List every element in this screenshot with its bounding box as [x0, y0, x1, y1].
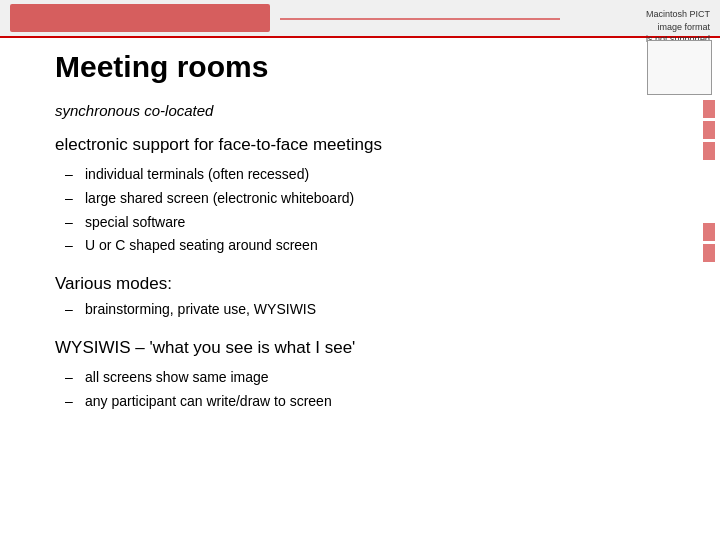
- wysiwis-bullets-list: all screens show same image any particip…: [75, 366, 630, 414]
- wysiwis-section: WYSIWIS – 'what you see is what I see' a…: [55, 338, 630, 414]
- right-bar-5: [703, 244, 715, 262]
- list-item: large shared screen (electronic whiteboa…: [75, 187, 630, 211]
- list-item: any participant can write/draw to screen: [75, 390, 630, 414]
- list-item: brainstorming, private use, WYSIWIS: [75, 298, 630, 322]
- list-item: special software: [75, 211, 630, 235]
- list-item: all screens show same image: [75, 366, 630, 390]
- page-title: Meeting rooms: [55, 50, 630, 84]
- wysiwis-heading: WYSIWIS – 'what you see is what I see': [55, 338, 630, 358]
- various-modes-heading: Various modes:: [55, 274, 630, 294]
- electronic-support-heading: electronic support for face-to-face meet…: [55, 135, 630, 155]
- right-bar-2: [703, 121, 715, 139]
- electronic-bullets-list: individual terminals (often recessed) la…: [75, 163, 630, 258]
- right-bar-4: [703, 223, 715, 241]
- modes-bullets-list: brainstorming, private use, WYSIWIS: [75, 298, 630, 322]
- list-item: U or C shaped seating around screen: [75, 234, 630, 258]
- section-subtitle: synchronous co-located: [55, 102, 630, 119]
- header-banner: [0, 0, 720, 38]
- right-bar-1: [703, 100, 715, 118]
- various-modes-section: Various modes: brainstorming, private us…: [55, 274, 630, 322]
- right-decorative-bars: [703, 100, 715, 262]
- main-content: Meeting rooms synchronous co-located ele…: [55, 50, 630, 520]
- header-logo: [10, 4, 270, 32]
- header-line: [280, 18, 560, 20]
- list-item: individual terminals (often recessed): [75, 163, 630, 187]
- right-bar-3: [703, 142, 715, 160]
- mac-pict-box: [647, 40, 712, 95]
